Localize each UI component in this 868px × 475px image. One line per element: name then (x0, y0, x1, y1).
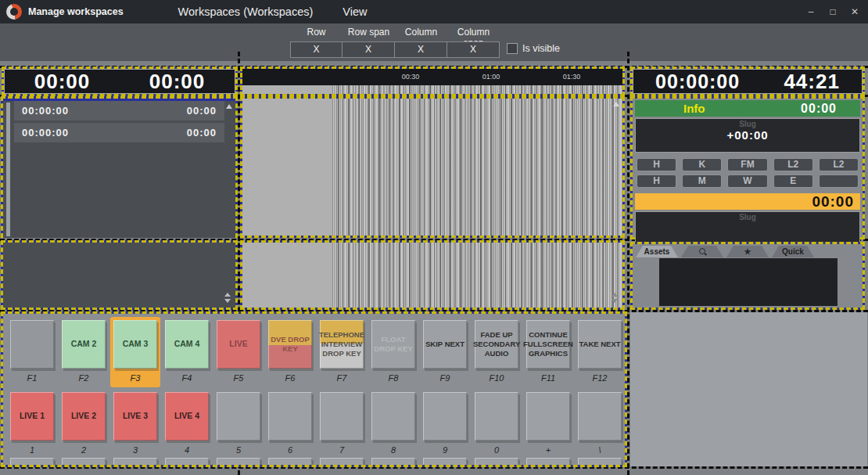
next-event-time: 00:00 (812, 193, 854, 211)
info-button-fm[interactable]: FM (727, 158, 767, 171)
slug-box-secondary: Slug (635, 211, 860, 244)
panel-timeline-ruler[interactable]: 00:30 01:00 01:30 (240, 67, 625, 96)
grid-vline-right (627, 52, 629, 475)
slug-label: Slug (636, 212, 859, 221)
timeline-waveform (332, 243, 622, 308)
key-f8[interactable]: FLOAT DROP KEYF8 (371, 320, 415, 384)
playlist-row-time: 00:00:00 (22, 127, 69, 139)
playlist-scrollbar[interactable] (6, 103, 10, 236)
info-button-l2a[interactable]: L2 (773, 158, 813, 171)
scroll-up-icon[interactable] (226, 104, 232, 109)
panel-timeline-body[interactable] (240, 96, 625, 238)
scroll-up-icon[interactable] (612, 293, 618, 297)
panel-keyboard[interactable]: F1 CAM 2F2 CAM 3F3 CAM 4F4 LIVEF5 DVE DR… (1, 311, 627, 467)
ruler-tick: 00:30 (402, 73, 420, 81)
panel-timeline-lower[interactable] (240, 240, 625, 310)
panel-info[interactable]: Info 00:00 Slug +00:00 H K FM L2 L2 H M … (630, 96, 865, 239)
panel-left-lower[interactable] (1, 240, 238, 310)
scroll-up-icon[interactable] (224, 293, 231, 297)
info-button-blank[interactable] (819, 175, 859, 188)
info-time: 00:00 (801, 102, 837, 116)
ruler-tick: 01:30 (563, 73, 581, 81)
third-key-row (10, 458, 622, 465)
menu-view[interactable]: View (343, 5, 367, 18)
playlist-row[interactable]: 00:00:00 00:00 (14, 123, 224, 142)
key-8[interactable]: 8 (371, 392, 415, 456)
key-f12[interactable]: TAKE NEXTF12 (578, 320, 622, 384)
maximize-button[interactable]: □ (827, 6, 838, 17)
menu-bar: Workspaces (Workspaces) View (178, 5, 368, 18)
scroll-down-icon[interactable] (224, 299, 231, 303)
timeline-waveform (332, 99, 622, 236)
window-controls: – □ ✕ (805, 0, 860, 23)
close-button[interactable]: ✕ (849, 6, 860, 17)
key-2[interactable]: LIVE 22 (62, 392, 106, 456)
key-f5[interactable]: LIVEF5 (217, 320, 260, 384)
right-clock-elapsed: 00:00:00 (655, 70, 740, 93)
info-button-h2[interactable]: H (637, 175, 676, 188)
info-title: Info (683, 102, 705, 115)
key-f3-selected[interactable]: CAM 3F3 (113, 320, 157, 384)
key-f1[interactable]: F1 (10, 320, 54, 384)
slug-label: Slug (636, 119, 859, 128)
next-event-bar: 00:00 (635, 193, 860, 210)
key-6[interactable]: 6 (268, 392, 312, 456)
title-bar: Manage workspaces Workspaces (Workspaces… (0, 0, 868, 23)
tab-favorites[interactable]: ★ (726, 246, 769, 257)
panel-left-clocks[interactable]: 00:00 00:00 (2, 67, 238, 96)
panel-assets[interactable]: Assets ★ Quick (630, 242, 865, 310)
panel-bottom-right-empty (630, 312, 867, 466)
key-7[interactable]: 7 (320, 392, 364, 456)
left-clock-primary: 00:00 (34, 70, 91, 94)
key-plus[interactable]: + (526, 392, 570, 456)
info-button-w[interactable]: W (727, 175, 767, 188)
is-visible-checkbox[interactable] (507, 43, 518, 54)
toolbar: Row Row span Column Column span X X X X … (0, 23, 868, 61)
panel-right-clocks[interactable]: 00:00:00 44:21 (630, 67, 865, 96)
slug-box-primary: Slug +00:00 (635, 118, 860, 153)
key-backslash[interactable]: \ (578, 392, 622, 456)
scroll-up-icon[interactable] (613, 102, 619, 106)
info-button-k[interactable]: K (682, 158, 722, 171)
playlist-row[interactable]: 00:00:00 00:00 (14, 101, 224, 121)
timeline-strip (332, 85, 622, 94)
info-button-h1[interactable]: H (637, 158, 676, 171)
key-f11[interactable]: CONTINUE FULLSCREEN GRAPHICSF11 (526, 320, 570, 384)
toolbar-field-cells: X X X X (290, 41, 500, 58)
row-span-value-cell[interactable]: X (343, 41, 395, 58)
key-9[interactable]: 9 (423, 392, 467, 456)
info-button-l2b[interactable]: L2 (819, 158, 859, 171)
key-f2[interactable]: CAM 2F2 (62, 320, 106, 384)
key-5[interactable]: 5 (217, 392, 260, 456)
scroll-down-icon[interactable] (612, 299, 618, 303)
row-value-cell[interactable]: X (290, 41, 343, 58)
info-button-m[interactable]: M (682, 175, 722, 188)
column-value-cell[interactable]: X (395, 41, 447, 58)
key-1[interactable]: LIVE 11 (10, 392, 54, 456)
key-4[interactable]: LIVE 44 (165, 392, 209, 456)
key-f7[interactable]: TELEPHONE INTERVIEW DROP KEYF7 (320, 320, 364, 384)
app-logo-icon (6, 4, 22, 20)
key-0[interactable]: 0 (475, 392, 518, 456)
column-span-value-cell[interactable]: X (447, 41, 500, 58)
key-f9[interactable]: SKIP NEXTF9 (423, 320, 467, 384)
slug-offset-value: +00:00 (636, 128, 859, 142)
key-f10[interactable]: FADE UP SECONDARY AUDIOF10 (475, 320, 518, 384)
tab-quick[interactable]: Quick (772, 246, 814, 257)
minimize-button[interactable]: – (805, 6, 816, 17)
scroll-spinner[interactable] (224, 293, 231, 303)
info-button-e[interactable]: E (773, 175, 813, 188)
ruler-tick: 01:00 (482, 73, 500, 81)
key-3[interactable]: LIVE 33 (113, 392, 157, 456)
timeline-ruler: 00:30 01:00 01:30 (242, 69, 622, 85)
tab-assets[interactable]: Assets (636, 246, 678, 257)
menu-workspaces[interactable]: Workspaces (Workspaces) (178, 5, 314, 18)
panel-playlist[interactable]: 00:00:00 00:00 00:00:00 00:00 (1, 96, 238, 238)
assets-tab-strip: Assets ★ Quick (636, 246, 814, 257)
assets-preview-area[interactable] (659, 258, 838, 306)
key-f4[interactable]: CAM 4F4 (165, 320, 209, 384)
tab-search[interactable] (681, 246, 723, 257)
scroll-spinner[interactable] (612, 293, 618, 303)
number-key-row: LIVE 11 LIVE 22 LIVE 33 LIVE 44 5 6 7 8 … (10, 392, 622, 456)
key-f6[interactable]: DVE DROP KEYF6 (268, 320, 312, 384)
